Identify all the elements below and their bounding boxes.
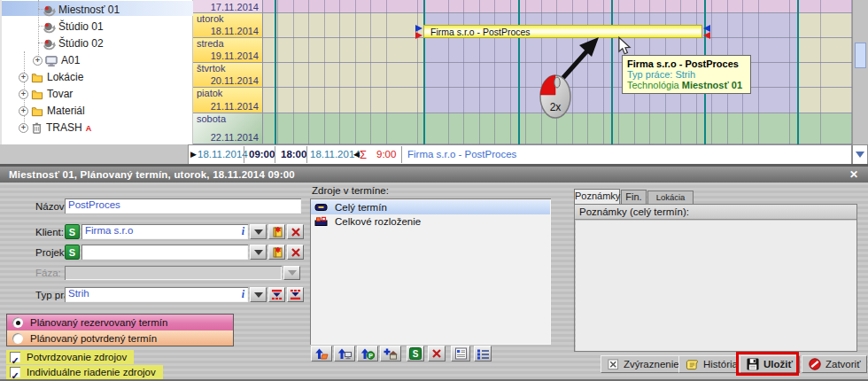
klient-input[interactable]: Firma s.r.o i — [81, 224, 248, 239]
klient-dropdown-button[interactable] — [250, 224, 267, 239]
tree-item-label: Štúdio 01 — [58, 20, 104, 33]
tree-item-studio-01[interactable]: Štúdio 01 — [2, 19, 194, 35]
tree-item-a01[interactable]: A01 — [2, 52, 194, 68]
radio-icon[interactable] — [12, 333, 23, 344]
chevron-down-icon — [254, 292, 263, 298]
history-button[interactable]: História — [678, 355, 745, 373]
assign-down-all-icon — [289, 289, 302, 300]
checkbox-icon[interactable] — [10, 352, 20, 362]
new-item-icon: ✱ — [271, 226, 283, 237]
close-icon[interactable]: ✕ — [847, 168, 861, 181]
radio-reserved-term[interactable]: Plánovaný rezervovaný termín — [7, 315, 233, 330]
resource-item-whole-term[interactable]: Celý termín — [311, 200, 550, 214]
scroll-down-button[interactable] — [852, 144, 868, 165]
faza-label: Fáza: — [35, 268, 61, 278]
expand-icon[interactable] — [19, 123, 28, 133]
status-duration: 9:00 — [376, 145, 396, 164]
expand-icon[interactable] — [33, 56, 43, 66]
save-button[interactable]: Uložiť — [740, 355, 800, 373]
tree-item-lokacie[interactable]: Lokácie — [2, 69, 194, 85]
highlight-box-x-icon — [608, 359, 619, 370]
resources-label: Zdroje v termíne: — [312, 185, 389, 196]
day-date: 20.11.2014 — [211, 75, 259, 86]
typ-prace-input[interactable]: Strih i — [65, 287, 248, 302]
add-technology-button[interactable] — [334, 346, 355, 362]
info-icon[interactable]: i — [242, 224, 244, 238]
tab-poznamky[interactable]: Poznámky — [574, 189, 620, 204]
add-person-button[interactable]: P — [357, 346, 378, 362]
scrollbar-thumb[interactable] — [855, 43, 866, 68]
expand-icon[interactable] — [19, 106, 28, 116]
day-name: piatok — [197, 88, 222, 98]
nazov-input[interactable]: PostProces — [65, 198, 301, 214]
event-tooltip: Firma s.r.o - PostProces Typ práce: Stri… — [622, 55, 751, 94]
calendar-row-monday[interactable] — [263, 0, 852, 13]
remove-resource-button[interactable] — [428, 346, 446, 362]
add-resource-icon — [314, 347, 329, 360]
status-start-date: 18.11.2014 — [198, 145, 248, 164]
folder-icon — [30, 71, 44, 84]
tree-item-studio-02[interactable]: Štúdio 02 — [2, 35, 194, 51]
tree-item-trash[interactable]: TRASH A — [2, 120, 194, 136]
subject-button[interactable]: S — [407, 346, 424, 362]
tree-item-label: TRASH — [46, 121, 82, 134]
event-status-bar: ▶ 18.11.2014 09:00 18:00 18.11.2014 ◀ Σ … — [188, 144, 852, 165]
tab-lokacia[interactable]: Lokácia — [647, 190, 694, 204]
event-end-marker-red — [703, 32, 710, 39]
projekt-clear-button[interactable] — [287, 245, 304, 260]
event-start-marker-red — [415, 32, 422, 39]
klient-clear-button[interactable] — [287, 224, 304, 239]
checkbox-individual-resources[interactable]: Individuálne riadenie zdrojov — [6, 365, 163, 379]
expand-icon[interactable] — [19, 73, 28, 82]
add-resource-button[interactable] — [311, 346, 332, 362]
technology-icon — [43, 37, 56, 51]
typ-prace-dropdown-button[interactable] — [250, 287, 267, 302]
close-button[interactable]: Zatvoriť — [802, 355, 867, 373]
radio-label: Plánovaný potvrdený termín — [30, 333, 157, 344]
checkbox-icon[interactable] — [10, 367, 20, 377]
day-date: 17.11.2014 — [211, 2, 259, 12]
resource-item-label: Celkové rozloženie — [335, 216, 421, 227]
day-label-tuesday: utorok 18.11.2014 — [193, 13, 263, 38]
tree-item-miestnost-01[interactable]: Miestnosť 01 — [2, 2, 194, 18]
list-icon — [477, 348, 490, 360]
delete-x-icon — [431, 348, 442, 359]
radio-confirmed-term[interactable]: Plánovaný potvrdený termín — [7, 330, 233, 346]
tab-fin[interactable]: Fin. — [621, 190, 647, 204]
prohibition-icon — [809, 358, 821, 370]
klient-new-button[interactable]: ✱ — [268, 224, 285, 239]
event-label: Firma s.r.o - PostProces — [430, 27, 531, 37]
chevron-down-icon — [254, 229, 263, 235]
resource-detail-button[interactable] — [451, 346, 470, 362]
resource-item-total-layout[interactable]: Celkové rozloženie — [311, 214, 550, 229]
new-item-icon: ✱ — [271, 246, 283, 258]
double-click-label: 2x — [550, 101, 562, 113]
klient-subject-button[interactable]: S — [65, 224, 80, 239]
expand-icon[interactable] — [19, 89, 28, 99]
faza-dropdown-button — [283, 266, 300, 280]
technology-icon — [43, 20, 56, 34]
subject-s-icon: S — [409, 347, 422, 360]
projekt-dropdown-button[interactable] — [250, 245, 267, 260]
nazov-label: Názov: — [35, 201, 67, 212]
projekt-input[interactable] — [81, 245, 248, 260]
radio-icon[interactable] — [12, 317, 23, 328]
tree-item-material[interactable]: Materiál — [2, 103, 194, 119]
info-icon[interactable]: i — [242, 287, 244, 301]
add-location-button[interactable] — [380, 346, 401, 362]
day-date: 18.11.2014 — [211, 26, 259, 36]
monitor-icon — [44, 54, 58, 67]
calendar-vertical-scrollbar[interactable] — [852, 0, 868, 144]
typ-prace-assign-all-button[interactable] — [287, 287, 304, 302]
resource-list-button[interactable] — [474, 346, 492, 362]
projekt-new-button[interactable]: ✱ — [268, 245, 285, 260]
highlight-button[interactable]: Zvýraznenie — [601, 355, 686, 373]
checkbox-confirm-resources[interactable]: Potvrdzovanie zdrojov — [6, 350, 134, 364]
typ-prace-assign-button[interactable] — [268, 287, 285, 302]
projekt-subject-button[interactable]: S — [65, 245, 80, 260]
notes-textarea[interactable] — [576, 221, 856, 351]
tree-item-tovar[interactable]: Tovar — [2, 86, 194, 102]
status-event-label: Firma s.r.o - PostProces — [407, 145, 516, 164]
chevron-down-icon — [856, 152, 864, 158]
button-label: Zatvoriť — [825, 359, 860, 369]
